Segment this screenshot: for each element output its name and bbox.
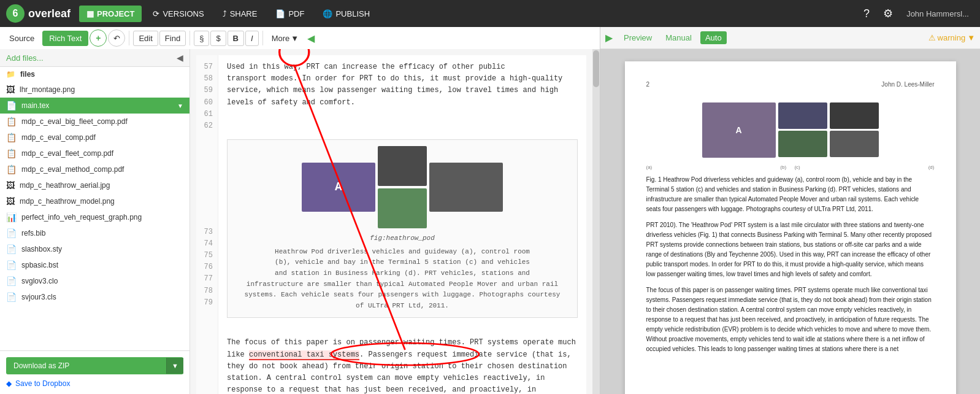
file-name: mdp_c_eval_comp.pdf [21,133,183,142]
versions-button[interactable]: ⟳ VERSIONS [145,6,211,22]
sidebar-header: Add files... ◀ [0,49,189,67]
figure-caption-3: and station in Business Parking (d). PRT… [234,268,571,279]
section-button[interactable]: § [194,31,209,46]
dropbox-label: Save to Dropbox [15,379,70,388]
line-numbers: 57 58 59 60 61 62 [196,55,218,394]
preview-area: 2 John D. Lees-Miller A (a) [600,49,980,394]
pdf-para-1: PRT 2010). The 'Heathrow Pod' PRT system… [646,220,935,279]
file-refs-bib[interactable]: 📄 refs.bib [0,225,189,241]
figure-images: A [234,146,571,228]
sidebar-collapse-button[interactable]: ◀ [177,53,183,63]
figure-label: fig:heathrow_pod [234,233,571,244]
pdf-para-2: The focus of this paper is on passenger … [646,285,935,354]
undo-button[interactable]: ↶ [108,29,125,47]
file-name: main.tex [21,101,172,110]
bold-button[interactable]: B [228,31,244,46]
pdf-file-icon: 📋 [6,149,17,158]
pdf-fig-img-d2 [830,131,879,157]
pdf-file-icon: 📋 [6,133,17,142]
editor-content[interactable]: 57 58 59 60 61 62 [190,49,592,394]
editor-scrollbar[interactable] [592,49,600,394]
publish-button[interactable]: 🌐 PUBLISH [315,6,377,22]
italic-button[interactable]: I [245,31,259,46]
add-files-button[interactable]: Add files... [6,53,44,63]
file-name: mdp_c_eval_big_fleet_comp.pdf [21,117,183,126]
file-perfect-info[interactable]: 📊 perfect_info_veh_request_graph.png [0,209,189,225]
file-mdp-heathrow-model[interactable]: 🖼 mdp_c_heathrow_model.png [0,193,189,209]
file-name: spbasic.bst [21,261,183,269]
warning-icon: ⚠ [928,33,936,42]
auto-button[interactable]: Auto [700,31,727,44]
preview-content[interactable]: 2 John D. Lees-Miller A (a) [600,49,980,394]
file-mdp-eval-fleet[interactable]: 📋 mdp_c_eval_fleet_comp.pdf [0,145,189,161]
file-slashbox-sty[interactable]: 📄 slashbox.sty [0,241,189,257]
pdf-button[interactable]: 📄 PDF [268,6,312,22]
file-svglov3-clo[interactable]: 📄 svglov3.clo [0,273,189,289]
files-folder[interactable]: 📁 files [0,67,189,82]
line-75: like conventional taxi systems. Passenge… [227,349,578,361]
file-mdp-eval-big[interactable]: 📋 mdp_c_eval_big_fleet_comp.pdf [0,114,189,129]
rich-text-tab[interactable]: Rich Text [42,31,88,46]
cls-icon: 📄 [6,292,17,302]
chevron-down-icon: ▼ [291,34,299,43]
main-layout: Add files... ◀ 📁 files 🖼 lhr_montage.png… [0,49,980,394]
preview-button[interactable]: Preview [619,31,657,44]
file-name: svjour3.cls [21,293,183,301]
image-icon: 🖼 [6,85,15,95]
warning-button[interactable]: ⚠ warning ▼ [928,33,975,42]
line-76: they do not book ahead) from their origi… [227,361,578,373]
collapse-editor-button[interactable]: ◀ [305,30,317,47]
file-lhr-montage[interactable]: 🖼 lhr_montage.png [0,82,189,98]
file-dropdown-icon[interactable]: ▼ [177,102,183,109]
file-mdp-heathrow-aerial[interactable]: 🖼 mdp_c_heathrow_aerial.jpg [0,177,189,193]
warning-chevron-icon: ▼ [967,33,975,42]
figure-img-d [429,163,503,212]
file-mdp-eval-method[interactable]: 📋 mdp_c_eval_method_comp.pdf [0,161,189,177]
help-button[interactable]: ? [859,5,875,23]
share-icon: ⤴ [223,9,227,18]
insert-button[interactable]: + [90,29,107,47]
sidebar: Add files... ◀ 📁 files 🖼 lhr_montage.png… [0,49,190,394]
file-mdp-eval-comp[interactable]: 📋 mdp_c_eval_comp.pdf [0,129,189,145]
line-75-a: like [227,350,249,359]
find-button[interactable]: Find [159,31,186,46]
file-spbasic-bst[interactable]: 📄 spbasic.bst [0,257,189,273]
edit-button[interactable]: Edit [133,31,158,46]
line-74: The focus of this paper is on passenger … [227,337,578,349]
code-text[interactable]: Used in this way, PRT can increase the e… [218,55,586,394]
editor-scroll-thumb[interactable] [593,50,599,87]
more-label: More [272,34,290,43]
share-button[interactable]: ⤴ SHARE [215,6,265,22]
sty-icon: 📄 [6,244,17,254]
file-main-tex[interactable]: 📄 main.tex ▼ [0,98,189,114]
file-svjour3-cls[interactable]: 📄 svjour3.cls [0,289,189,305]
logo-icon: 6 [6,4,25,23]
dropbox-icon: ◆ [6,379,12,388]
pdf-file-icon: 📋 [6,117,17,126]
line-77: station. A central control system can mo… [227,373,578,384]
pdf-label: PDF [288,9,304,18]
line-62 [227,120,578,132]
figure-caption-6: of ULTra PRT Ltd, 2011. [234,301,571,312]
settings-button[interactable]: ⚙ [878,4,898,23]
source-tab[interactable]: Source [2,31,41,46]
line-59: service, which means low passenger waiti… [227,85,578,96]
editor-wrapper: 57 58 59 60 61 62 [190,49,600,394]
dollar-button[interactable]: $ [210,31,226,46]
image-icon: 🖼 [6,180,15,190]
file-name: slashbox.sty [21,245,183,253]
divider-3 [262,31,263,45]
share-label: SHARE [230,9,258,18]
file-name: refs.bib [21,229,183,238]
pdf-author: John D. Lees-Miller [881,80,934,89]
code-editor[interactable]: 57 58 59 60 61 62 [196,55,586,394]
logo-text: overleaf [28,7,71,20]
save-dropbox-button[interactable]: ◆ Save to Dropbox [6,379,183,388]
download-zip-button[interactable]: Download as ZIP ▼ [6,357,183,374]
download-zip-arrow[interactable]: ▼ [166,358,183,374]
download-zip-main[interactable]: Download as ZIP [6,357,166,374]
project-button[interactable]: ▦ PROJECT [79,6,142,22]
more-button[interactable]: More ▼ [267,31,304,45]
line-73 [227,325,578,337]
manual-button[interactable]: Manual [660,31,697,44]
